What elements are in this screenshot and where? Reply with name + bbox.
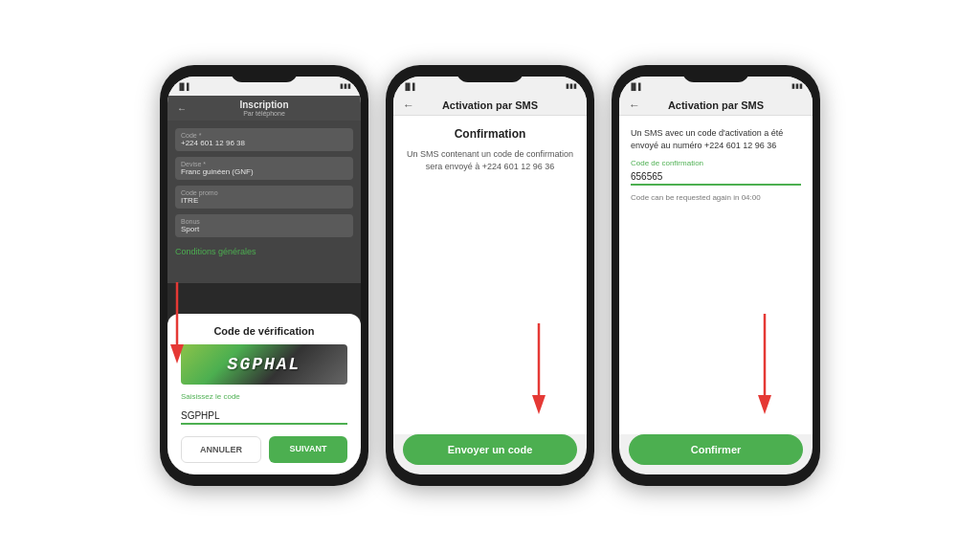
confirmation-text: Un SMS contenant un code de confirmation… xyxy=(405,148,575,172)
battery-icon: ▮▮▮ xyxy=(340,82,351,90)
form-content-1: Code * +224 601 12 96 38 Devise * Franc … xyxy=(167,121,361,474)
app-header-3: ← Activation par SMS xyxy=(619,96,813,116)
info-text-3: Un SMS avec un code d'activation a été e… xyxy=(631,127,801,151)
code-input-label: Code de confirmation xyxy=(631,159,801,167)
phone-notch-2 xyxy=(457,65,523,82)
captcha-input[interactable] xyxy=(181,408,347,425)
phone-notch-3 xyxy=(682,65,749,82)
field-label-bonus: Bonus xyxy=(181,218,347,225)
phone-shell-2: ▐▌▌ ▮▮▮ ← Activation par SMS Confirmatio… xyxy=(386,65,594,486)
signal-icon-2: ▐▌▌ xyxy=(403,83,417,90)
modal-title: Code de vérification xyxy=(181,325,347,337)
phone-notch-1 xyxy=(231,65,298,82)
conditions-link[interactable]: Conditions générales xyxy=(175,247,353,256)
phone-screen-1: ▐▌▌ ▮▮▮ ← Inscription Par téléphone Code… xyxy=(167,77,361,474)
page-title-1: Inscription xyxy=(239,99,288,110)
field-value-bonus: Sport xyxy=(181,225,347,233)
app-header-1: ← Inscription Par téléphone xyxy=(167,96,361,121)
field-value-phone: +224 601 12 96 38 xyxy=(181,139,347,147)
form-field-promo[interactable]: Code promo ITRE xyxy=(175,186,353,209)
send-code-button[interactable]: Envoyer un code xyxy=(403,434,577,465)
phone-2: ▐▌▌ ▮▮▮ ← Activation par SMS Confirmatio… xyxy=(386,65,594,486)
battery-icon-2: ▮▮▮ xyxy=(566,82,577,90)
phone-screen-2: ▐▌▌ ▮▮▮ ← Activation par SMS Confirmatio… xyxy=(393,77,587,474)
signal-icon-3: ▐▌▌ xyxy=(629,83,643,90)
phone-1: ▐▌▌ ▮▮▮ ← Inscription Par téléphone Code… xyxy=(160,65,368,486)
spacer-2 xyxy=(405,180,575,423)
field-label-phone: Code * xyxy=(181,132,347,139)
app-header-2: ← Activation par SMS xyxy=(393,96,587,116)
verification-modal: Code de vérification SGPHAL Saisissez le… xyxy=(167,314,361,474)
field-value-promo: ITRE xyxy=(181,196,347,205)
form-field-bonus[interactable]: Bonus Sport xyxy=(175,214,353,237)
confirmation-title: Confirmation xyxy=(405,127,575,141)
spacer-3 xyxy=(631,209,801,423)
back-arrow-3[interactable]: ← xyxy=(629,99,640,112)
modal-buttons: ANNULER SUIVANT xyxy=(181,436,347,463)
resend-timer: Code can be requested again in 04:00 xyxy=(631,193,801,202)
next-button[interactable]: SUIVANT xyxy=(269,436,347,463)
form-field-phone[interactable]: Code * +224 601 12 96 38 xyxy=(175,128,353,151)
phone-screen-3: ▐▌▌ ▮▮▮ ← Activation par SMS Un SMS avec… xyxy=(619,77,813,474)
back-arrow-2[interactable]: ← xyxy=(403,99,414,112)
page-title-3: Activation par SMS xyxy=(668,99,764,111)
back-arrow-1[interactable]: ← xyxy=(177,103,187,114)
signal-icon: ▐▌▌ xyxy=(177,83,191,90)
form-field-currency[interactable]: Devise * Franc guinéen (GNF) xyxy=(175,157,353,180)
phone-shell-3: ▐▌▌ ▮▮▮ ← Activation par SMS Un SMS avec… xyxy=(612,65,820,486)
page-subtitle-1: Par téléphone xyxy=(243,110,285,117)
battery-icon-3: ▮▮▮ xyxy=(791,82,803,90)
code-input[interactable] xyxy=(631,169,801,186)
captcha-input-label: Saisissez le code xyxy=(181,392,347,401)
field-label-promo: Code promo xyxy=(181,189,347,196)
cancel-button[interactable]: ANNULER xyxy=(181,436,261,463)
captcha-image: SGPHAL xyxy=(181,344,347,385)
field-label-currency: Devise * xyxy=(181,161,347,167)
page-title-2: Activation par SMS xyxy=(442,99,538,111)
activation-content-2: Confirmation Un SMS contenant un code de… xyxy=(393,116,587,434)
phone-3: ▐▌▌ ▮▮▮ ← Activation par SMS Un SMS avec… xyxy=(612,65,820,486)
confirm-button[interactable]: Confirmer xyxy=(629,434,803,465)
activation-content-3: Un SMS avec un code d'activation a été e… xyxy=(619,116,813,434)
field-value-currency: Franc guinéen (GNF) xyxy=(181,167,347,176)
confirmation-code-group: Code de confirmation xyxy=(631,159,801,186)
phone-shell-1: ▐▌▌ ▮▮▮ ← Inscription Par téléphone Code… xyxy=(160,65,368,486)
